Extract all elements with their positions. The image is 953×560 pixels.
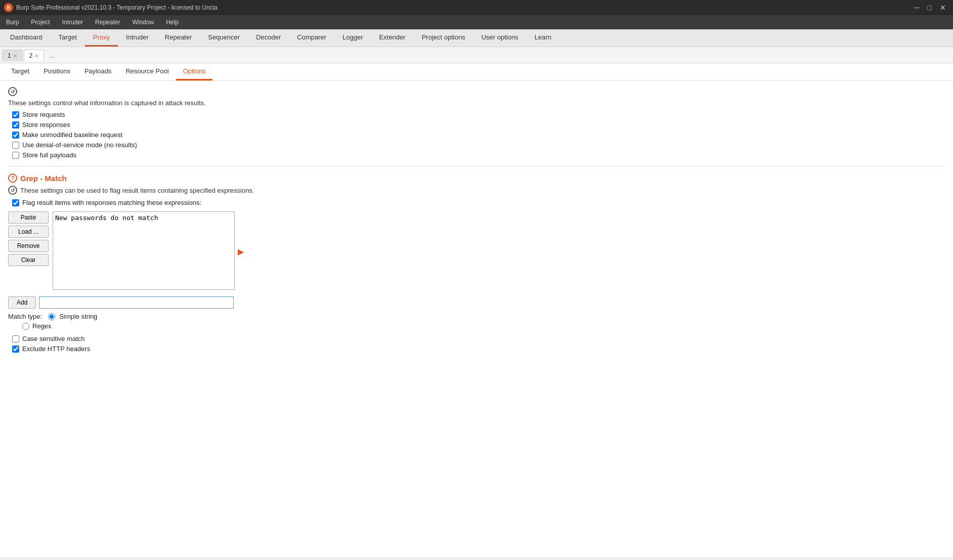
tab-sequencer[interactable]: Sequencer [200,29,248,47]
instance-tab-2-close[interactable]: ✕ [34,53,38,59]
add-row: Add [8,296,945,309]
regex-radio[interactable] [22,323,29,330]
instance-tab-1[interactable]: 1 ✕ [2,50,23,61]
store-requests-checkbox[interactable] [12,111,19,118]
regex-label: Regex [32,322,52,330]
checkbox-store-requests: Store requests [12,111,945,118]
instance-tabs-more[interactable]: ... [45,50,59,61]
main-nav-tabs: Dashboard Target Proxy Intruder Repeater… [0,29,953,47]
paste-button[interactable]: Paste [8,211,49,224]
regex-row: Regex [22,322,945,330]
window-controls[interactable]: ─ □ ✕ [912,4,949,11]
checkbox-case-sensitive: Case sensitive match [12,335,945,342]
grep-match-desc: ↺ These settings can be used to flag res… [8,186,945,195]
instance-tab-2-label: 2 [29,52,33,59]
menu-burp[interactable]: Burp [0,15,25,29]
instance-tabs: 1 ✕ 2 ✕ ... [0,47,953,63]
grep-arrow-icon: ▶ [238,247,244,256]
full-payloads-checkbox[interactable] [12,152,19,159]
simple-string-radio[interactable] [48,313,55,320]
load-button[interactable]: Load ... [8,226,49,238]
grep-match-question-icon[interactable]: ? [8,174,17,183]
checkbox-exclude-http: Exclude HTTP headers [12,345,945,353]
match-type-label: Match type: [8,313,42,320]
dos-mode-label: Use denial-of-service mode (no results) [22,141,137,149]
dos-mode-checkbox[interactable] [12,142,19,149]
grep-match-title: Grep - Match [20,174,67,183]
baseline-request-label: Make unmodified baseline request [22,131,122,139]
checkbox-baseline-request: Make unmodified baseline request [12,131,945,139]
maximize-button[interactable]: □ [925,4,935,11]
results-refresh-icon[interactable]: ↺ [8,87,17,96]
baseline-request-checkbox[interactable] [12,132,19,139]
instance-tab-1-label: 1 [8,52,11,59]
exclude-http-checkbox[interactable] [12,346,19,353]
full-payloads-label: Store full payloads [22,151,76,159]
instance-tab-2[interactable]: 2 ✕ [24,50,45,61]
menu-project[interactable]: Project [25,15,56,29]
grep-buttons-panel: Paste Load ... Remove Clear [8,211,49,291]
tab-comparer[interactable]: Comparer [289,29,334,47]
tab-extender[interactable]: Extender [371,29,414,47]
checkbox-dos-mode: Use denial-of-service mode (no results) [12,141,945,149]
tab-learn[interactable]: Learn [527,29,559,47]
results-description: These settings control what information … [8,99,945,107]
exclude-http-label: Exclude HTTP headers [22,345,90,353]
grep-match-header: ? Grep - Match [8,174,945,183]
main-content: ↺ These settings control what informatio… [0,81,953,557]
results-section-header: ↺ [8,87,945,96]
tab-logger[interactable]: Logger [334,29,371,47]
window-title: Burp Suite Professional v2021.10.3 - Tem… [16,4,218,11]
grep-area: Paste Load ... Remove Clear ▶ [8,211,945,291]
minimize-button[interactable]: ─ [912,4,923,11]
sub-tab-resource-pool[interactable]: Resource Pool [118,63,176,80]
add-input[interactable] [39,296,234,309]
tab-user-options[interactable]: User options [473,29,527,47]
tab-intruder[interactable]: Intruder [118,29,157,47]
checkbox-flag-results: Flag result items with responses matchin… [12,199,945,206]
section-divider [8,166,945,166]
regex-radio-group: Regex [22,322,945,330]
flag-results-label: Flag result items with responses matchin… [22,199,201,206]
match-type-row: Match type: Simple string [8,313,945,320]
tab-decoder[interactable]: Decoder [248,29,289,47]
remove-button[interactable]: Remove [8,240,49,252]
checkbox-store-responses: Store responses [12,121,945,128]
menu-window[interactable]: Window [126,15,160,29]
tab-dashboard[interactable]: Dashboard [2,29,51,47]
checkbox-full-payloads: Store full payloads [12,151,945,159]
sub-tabs: Target Positions Payloads Resource Pool … [0,63,953,81]
sub-tab-target[interactable]: Target [4,63,36,80]
instance-tab-1-close[interactable]: ✕ [13,53,17,59]
menu-help[interactable]: Help [160,15,185,29]
tab-proxy[interactable]: Proxy [85,29,118,47]
menu-bar: Burp Project Intruder Repeater Window He… [0,15,953,29]
app-logo: B [4,3,13,12]
sub-tab-payloads[interactable]: Payloads [77,63,118,80]
grep-list-wrapper: ▶ [53,211,235,291]
case-sensitive-checkbox[interactable] [12,335,19,342]
simple-string-label: Simple string [59,313,97,320]
title-bar: B Burp Suite Professional v2021.10.3 - T… [0,0,953,15]
grep-refresh-icon[interactable]: ↺ [8,186,17,195]
flag-results-checkbox[interactable] [12,199,19,206]
store-responses-checkbox[interactable] [12,121,19,128]
store-requests-label: Store requests [22,111,65,118]
menu-repeater[interactable]: Repeater [89,15,126,29]
clear-button[interactable]: Clear [8,254,49,266]
close-button[interactable]: ✕ [937,4,949,11]
case-sensitive-label: Case sensitive match [22,335,85,342]
add-button[interactable]: Add [8,296,36,309]
sub-tab-options[interactable]: Options [176,63,213,80]
tab-repeater[interactable]: Repeater [157,29,200,47]
menu-intruder[interactable]: Intruder [56,15,89,29]
store-responses-label: Store responses [22,121,70,128]
sub-tab-positions[interactable]: Positions [36,63,77,80]
tab-project-options[interactable]: Project options [414,29,473,47]
tab-target[interactable]: Target [51,29,85,47]
grep-list-textarea[interactable] [53,211,235,290]
